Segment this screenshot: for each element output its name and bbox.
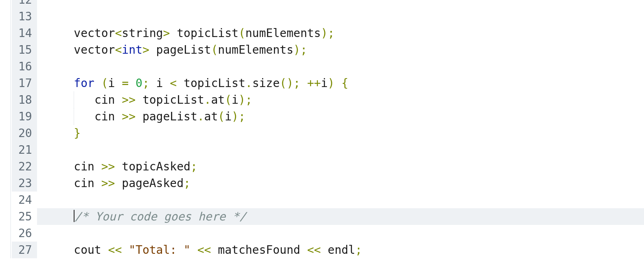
code-line[interactable] [37,58,644,75]
code-line[interactable]: cin >> numElements; [37,0,644,8]
code-line[interactable]: } [37,125,644,142]
code-line[interactable]: for (i = 0; i < topicList.size(); ++i) { [37,75,644,92]
line-number: 20 [12,125,37,142]
line-number: 23 [12,175,37,192]
line-number: 24 [12,192,37,208]
line-number: 12 [12,0,37,8]
line-number: 22 [12,158,37,175]
code-line[interactable]: vector<int> pageList(numElements); [37,41,644,58]
code-editor[interactable]: 12131415161718192021222324252627 cin >> … [10,0,644,258]
line-number: 15 [12,41,37,58]
line-number: 16 [12,58,37,75]
code-line[interactable] [37,192,644,208]
code-line[interactable]: cin >> topicList.at(i); [37,92,644,108]
code-line[interactable] [37,8,644,25]
code-line[interactable]: cin >> pageList.at(i); [37,108,644,125]
code-area[interactable]: cin >> numElements; vector<string> topic… [37,0,644,258]
code-line-active[interactable]: /* Your code goes here */ [37,208,644,225]
line-number: 17 [12,75,37,92]
line-number: 25 [12,208,37,225]
code-line[interactable]: vector<string> topicList(numElements); [37,25,644,41]
line-number-gutter: 12131415161718192021222324252627 [12,0,37,258]
code-line[interactable]: cin >> pageAsked; [37,175,644,192]
line-number: 13 [12,8,37,25]
code-line[interactable]: cout << "Total: " << matchesFound << end… [37,242,644,258]
line-number: 19 [12,108,37,125]
line-number: 18 [12,92,37,108]
line-number: 21 [12,142,37,158]
code-line[interactable]: cin >> topicAsked; [37,158,644,175]
code-line[interactable] [37,225,644,242]
line-number: 26 [12,225,37,242]
code-line[interactable] [37,142,644,158]
line-number: 14 [12,25,37,41]
line-number: 27 [12,242,37,258]
